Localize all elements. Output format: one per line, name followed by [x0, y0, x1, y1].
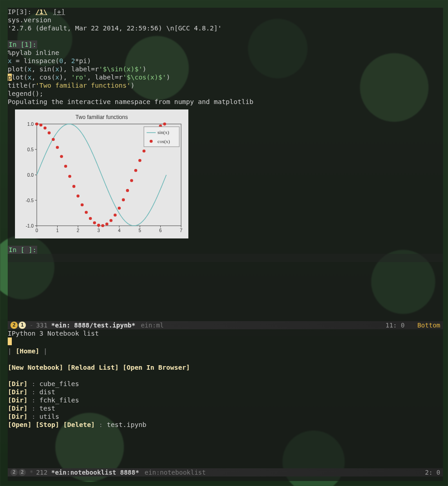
tabline: IP[3]: /1\ [+] — [8, 8, 443, 16]
svg-point-53 — [143, 149, 146, 153]
nblist-cursor — [8, 337, 12, 345]
svg-point-32 — [56, 146, 59, 149]
svg-text:sin(x): sin(x) — [158, 129, 169, 135]
nb-delete-button[interactable]: [Delete] — [63, 421, 95, 428]
dir-label[interactable]: [Dir] — [8, 397, 28, 404]
svg-point-62 — [150, 140, 153, 143]
svg-point-48 — [122, 198, 125, 202]
cell1-line6[interactable]: legend(); — [8, 89, 443, 98]
svg-point-39 — [85, 211, 88, 214]
list-item[interactable]: [Dir] : dist — [8, 388, 443, 396]
svg-text:2: 2 — [77, 228, 79, 233]
dir-sep: : — [28, 405, 39, 412]
svg-point-38 — [81, 203, 84, 207]
dir-label[interactable]: [Dir] — [8, 380, 28, 387]
modeline2-pos: 2: 0 — [425, 468, 440, 476]
svg-point-27 — [35, 123, 39, 126]
svg-point-47 — [118, 207, 121, 210]
dir-label[interactable]: [Dir] — [8, 413, 28, 420]
nblist-title: IPython 3 Notebook list — [8, 329, 443, 337]
modeline2-mode: ein:notebooklist — [145, 468, 206, 476]
open-in-browser-button[interactable]: [Open In Browser] — [123, 364, 190, 371]
pipe-left: | — [8, 347, 12, 355]
pipe-right: | — [44, 347, 48, 355]
svg-point-49 — [126, 189, 129, 192]
cursor: p — [8, 74, 12, 81]
dir-label[interactable]: [Dir] — [8, 388, 28, 396]
minibuffer[interactable] — [8, 476, 443, 485]
svg-text:7: 7 — [180, 228, 182, 233]
emacs-frame: IP[3]: /1\ [+] sys.version '2.7.6 (defau… — [8, 8, 443, 481]
cell1-line2[interactable]: x = linspace(0, 2*pi) — [8, 57, 443, 65]
list-item[interactable]: [Dir] : fchk_files — [8, 396, 443, 404]
svg-point-33 — [60, 155, 63, 158]
modeline-lines: 331 — [36, 321, 47, 329]
modeline-buffer[interactable]: *ein: 8888/test.ipynb* — [51, 321, 135, 329]
modeline2-badge-a: 2 — [10, 469, 18, 476]
svg-point-37 — [77, 194, 80, 198]
dir-name[interactable]: dist — [39, 388, 55, 396]
svg-point-31 — [52, 138, 55, 141]
modeline2-buffer[interactable]: *ein:notebooklist 8888* — [51, 468, 139, 476]
modeline2-star: * — [30, 468, 33, 476]
cell1-stdout: Populating the interactive namespace fro… — [8, 98, 443, 106]
dir-sep: : — [28, 413, 39, 420]
svg-text:5: 5 — [138, 228, 141, 233]
notebook-pane[interactable]: sys.version '2.7.6 (default, Mar 22 2014… — [8, 16, 443, 321]
list-item[interactable]: [Dir] : cube_files — [8, 380, 443, 388]
empty-cell-body[interactable] — [8, 254, 443, 262]
svg-point-50 — [130, 179, 133, 182]
svg-point-40 — [89, 217, 92, 220]
modeline-mode: ein:ml — [141, 321, 164, 329]
dir-name[interactable]: cube_files — [39, 380, 79, 387]
dir-label[interactable]: [Dir] — [8, 405, 28, 412]
notebooklist-pane[interactable]: IPython 3 Notebook list | [Home] | [New … — [8, 329, 443, 468]
svg-text:4: 4 — [118, 228, 121, 233]
cell1-line1[interactable]: %pylab inline — [8, 49, 443, 57]
svg-point-45 — [109, 219, 113, 222]
dir-name[interactable]: utils — [39, 413, 59, 420]
list-item[interactable]: [Dir] : utils — [8, 412, 443, 421]
svg-text:1: 1 — [56, 228, 59, 233]
home-link[interactable]: [Home] — [15, 347, 39, 355]
dir-name[interactable]: test — [39, 405, 55, 412]
nb-stop-button[interactable]: [Stop] — [35, 421, 59, 428]
modeline-top: 2 1 - 331 *ein: 8888/test.ipynb* ein:ml … — [8, 321, 443, 329]
cell1-line3[interactable]: plot(x, sin(x), label=r'$\sin(x)$') — [8, 65, 443, 73]
svg-point-36 — [72, 185, 75, 188]
cell1-line4[interactable]: plot(x, cos(x), 'ro', label=r'$\cos(x)$'… — [8, 73, 443, 81]
chart-svg: -1.0-0.50.00.51.001234567sin(x)cos(x) — [18, 121, 186, 235]
list-item[interactable]: [Dir] : test — [8, 404, 443, 412]
svg-point-30 — [48, 131, 51, 134]
svg-text:3: 3 — [98, 228, 100, 233]
cell0-code: sys.version — [8, 16, 443, 24]
svg-point-34 — [64, 165, 67, 168]
svg-text:0.0: 0.0 — [27, 173, 34, 178]
svg-text:cos(x): cos(x) — [158, 139, 170, 144]
modeline-badge-2: 2 — [10, 322, 18, 329]
cell1-line5[interactable]: title(r'Two familiar functions') — [8, 81, 443, 89]
svg-point-42 — [97, 224, 100, 227]
new-notebook-button[interactable]: [New Notebook] — [8, 364, 63, 371]
modeline-bottom: 2 2 * 212 *ein:notebooklist 8888* ein:no… — [8, 468, 443, 476]
tab-new[interactable]: [+] — [53, 8, 65, 16]
svg-point-29 — [44, 127, 47, 130]
svg-point-35 — [68, 175, 71, 178]
svg-point-52 — [138, 159, 142, 162]
reload-list-button[interactable]: [Reload List] — [67, 364, 119, 371]
nb-open-button[interactable]: [Open] — [8, 421, 31, 428]
svg-text:-1.0: -1.0 — [26, 223, 34, 228]
chart-title: Two familiar functions — [18, 113, 186, 121]
tabline-label: IP[3]: — [8, 8, 31, 16]
cell1-prompt: In [1]: — [8, 40, 37, 49]
modeline-pos: 11: 0 — [385, 321, 404, 329]
cell-empty-prompt: In [ ]: — [8, 246, 37, 254]
dir-name[interactable]: fchk_files — [39, 397, 79, 404]
svg-point-28 — [39, 124, 43, 127]
cell0-output: '2.7.6 (default, Mar 22 2014, 22:59:56) … — [8, 24, 443, 32]
nb-filename[interactable]: test.ipynb — [107, 421, 146, 428]
svg-text:0: 0 — [35, 228, 38, 233]
svg-point-44 — [105, 223, 108, 226]
tab-active[interactable]: /1\ — [35, 8, 47, 16]
modeline-badge-1: 1 — [19, 322, 26, 329]
